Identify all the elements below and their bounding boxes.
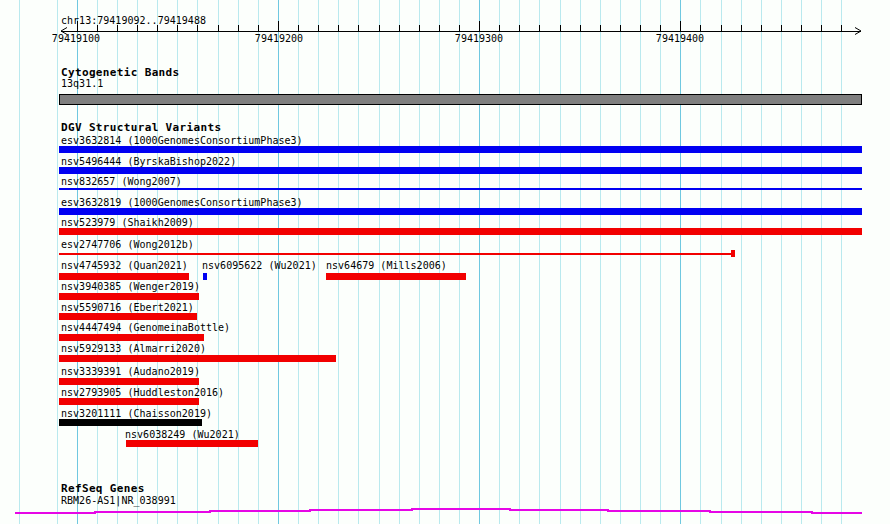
variant-bar[interactable] <box>59 273 189 280</box>
dgv-item-label[interactable]: nsv523979 (Shaikh2009) <box>61 217 194 228</box>
dgv-item-label[interactable]: esv3632814 (1000GenomesConsortiumPhase3) <box>61 135 303 146</box>
dgv-item-label[interactable]: nsv5590716 (Ebert2021) <box>61 302 194 313</box>
variant-bar[interactable] <box>326 273 466 280</box>
dgv-item-label[interactable]: nsv6095622 (Wu2021) <box>202 260 317 271</box>
cytogenetic-item-label: 13q31.1 <box>61 78 103 89</box>
region-position-label: chr13:79419092..79419488 <box>61 15 206 26</box>
variant-bar[interactable] <box>59 398 199 405</box>
dgv-item-label[interactable]: nsv3201111 (Chaisson2019) <box>61 408 212 419</box>
dgv-item-label[interactable]: nsv3940385 (Wenger2019) <box>61 281 200 292</box>
variant-bar[interactable] <box>203 273 207 280</box>
variant-bar[interactable] <box>59 146 862 153</box>
track-title-refseq-genes: RefSeq Genes <box>61 483 145 495</box>
track-title-dgv-structural-variants: DGV Structural Variants <box>61 122 221 134</box>
dgv-item-label[interactable]: nsv2793905 (Huddleston2016) <box>61 387 224 398</box>
dgv-item-label[interactable]: nsv4447494 (GenomeinaBottle) <box>61 322 230 333</box>
gene-line[interactable] <box>15 509 862 513</box>
dgv-item-label[interactable]: nsv64679 (Mills2006) <box>326 260 447 271</box>
variant-bar[interactable] <box>59 419 202 426</box>
cytoband-bar <box>59 94 862 105</box>
variant-bar[interactable] <box>126 440 258 447</box>
ruler-tick-label: 79419200 <box>255 33 303 44</box>
dgv-item-label[interactable]: nsv5496444 (ByrskaBishop2022) <box>61 156 236 167</box>
genome-browser-panel: chr13:79419092..79419488 Cytogenetic Ban… <box>0 0 890 524</box>
variant-bar[interactable] <box>731 250 735 257</box>
dgv-item-label[interactable]: nsv832657 (Wong2007) <box>61 176 182 187</box>
variant-bar[interactable] <box>59 313 197 320</box>
dgv-item-label[interactable]: nsv6038249 (Wu2021) <box>125 429 240 440</box>
variant-bar[interactable] <box>59 334 204 341</box>
variant-bar[interactable] <box>59 208 862 215</box>
dgv-item-label[interactable]: nsv5929133 (Almarri2020) <box>61 343 206 354</box>
variant-bar[interactable] <box>59 253 735 255</box>
dgv-item-label[interactable]: esv2747706 (Wong2012b) <box>61 239 194 250</box>
dgv-item-label[interactable]: esv3632819 (1000GenomesConsortiumPhase3) <box>61 197 303 208</box>
variant-bar[interactable] <box>59 355 336 362</box>
variant-bar[interactable] <box>59 293 199 300</box>
ruler-tick-label: 79419300 <box>455 33 503 44</box>
variant-bar[interactable] <box>59 188 862 190</box>
variant-bar[interactable] <box>59 228 862 235</box>
dgv-item-label[interactable]: nsv3339391 (Audano2019) <box>61 366 200 377</box>
ruler-tick-label: 79419100 <box>52 33 100 44</box>
variant-bar[interactable] <box>59 167 862 174</box>
dgv-item-label[interactable]: nsv4745932 (Quan2021) <box>61 260 188 271</box>
variant-bar[interactable] <box>59 378 199 385</box>
refseq-item-label[interactable]: RBM26-AS1|NR_038991 <box>61 495 176 506</box>
ruler-tick-label: 79419400 <box>656 33 704 44</box>
